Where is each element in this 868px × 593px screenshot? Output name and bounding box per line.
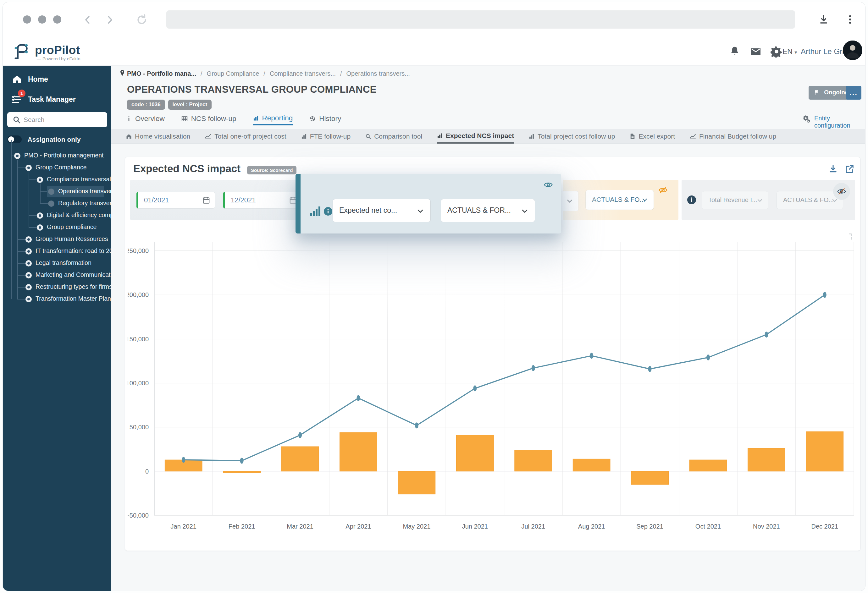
subtab-excel-export[interactable]: Excel export (629, 129, 675, 144)
info-icon (126, 116, 132, 122)
tree-item-marketing-and-communicati[interactable]: Marketing and Communicati... (3, 269, 111, 281)
tree-item-label: Restructuring types for firms (35, 283, 112, 291)
more-options-button[interactable]: ... (846, 86, 861, 100)
tree-item-legal-transformation[interactable]: Legal transformation (3, 257, 111, 269)
expand-node-icon[interactable] (14, 153, 21, 159)
expand-node-icon[interactable] (25, 272, 32, 279)
open-external-icon[interactable] (844, 164, 855, 176)
sidebar-item-task-manager[interactable]: 1 Task Manager (3, 91, 111, 109)
svg-text:Jun 2021: Jun 2021 (462, 523, 488, 530)
download-icon[interactable] (818, 13, 830, 27)
tab-reporting[interactable]: Reporting (253, 112, 293, 125)
entity-configuration-link[interactable]: Entity configuration (803, 115, 865, 129)
tree-item-label: Legal transformation (35, 259, 92, 267)
tree-item-it-transformation-road-to-20[interactable]: IT transformation: road to 20... (3, 245, 111, 257)
bar-chart-icon (301, 133, 307, 140)
visibility-off-icon[interactable] (833, 183, 850, 200)
visibility-icon-teal[interactable] (543, 180, 553, 191)
browser-menu-kebab-icon[interactable] (844, 13, 856, 27)
url-bar[interactable] (166, 10, 795, 29)
tree-item-pmo-portfolio-management[interactable]: PMO - Portfolio management (3, 150, 111, 162)
assignation-toggle[interactable] (7, 136, 22, 143)
tree-item-digital-efficiency-compli[interactable]: Digital & efficiency compli... (3, 209, 111, 221)
breadcrumb-item[interactable]: PMO - Portfolio mana... (127, 70, 196, 77)
expand-node-icon[interactable] (25, 236, 32, 243)
secondary-scenario-dropdown[interactable]: ACTUALS & FO... (585, 190, 654, 210)
expand-node-icon[interactable] (37, 212, 43, 219)
tree-item-transformation-master-plan[interactable]: Transformation Master Plan -... (3, 293, 111, 305)
popup-accent-strip (295, 174, 301, 233)
tree-item-group-compliance[interactable]: Group Compliance (3, 162, 111, 174)
chart-area: 250,000200,000150,000100,00050,0000-50,0… (128, 225, 858, 543)
subtab-financial-budget-follow-up[interactable]: Financial Budget follow up (689, 129, 776, 144)
breadcrumb-item[interactable]: Compliance transvers... (270, 70, 336, 77)
tree-item-group-human-ressources[interactable]: Group Human Ressources (3, 233, 111, 245)
scenario-dropdown[interactable]: ACTUALS & FOR... (441, 199, 535, 222)
subtab-expected-ncs-impact[interactable]: Expected NCS impact (437, 129, 514, 144)
page-badges: code : 1036level : Project (127, 100, 215, 110)
subtab-comparison-tool[interactable]: Comparison tool (365, 129, 422, 144)
expand-node-icon[interactable] (25, 284, 32, 291)
subtab-total-project-cost-follow-up[interactable]: Total project cost follow up (528, 129, 615, 144)
settings-gear-icon[interactable] (771, 46, 782, 59)
tab-label: Reporting (262, 114, 293, 122)
sidebar-item-home[interactable]: Home (3, 71, 111, 89)
chevron-down-icon (641, 196, 648, 205)
expand-node-icon[interactable] (25, 248, 32, 255)
messages-envelope-icon[interactable] (750, 46, 762, 59)
task-manager-badge: 1 (18, 90, 25, 97)
expand-node-icon[interactable] (25, 165, 32, 171)
dropdown-value: ACTUALS & FOR... (447, 206, 511, 215)
refresh-icon[interactable] (136, 13, 148, 27)
propilot-logo-icon[interactable] (12, 42, 31, 62)
tab-ncs-follow-up[interactable]: NCS follow-up (181, 112, 236, 125)
expand-node-icon[interactable] (25, 296, 32, 302)
logo-text[interactable]: proPilot (35, 44, 80, 57)
breadcrumb-separator: / (340, 70, 342, 77)
tree-item-group-compliance[interactable]: Group compliance (3, 221, 111, 233)
date-to-input[interactable]: 12/2021 (223, 192, 302, 209)
search-input[interactable] (24, 114, 102, 125)
metric-dropdown[interactable]: Expected net co... (333, 199, 431, 222)
expand-chart-icon[interactable] (844, 233, 853, 242)
avatar[interactable] (843, 41, 862, 60)
browser-chrome (3, 2, 865, 37)
user-name[interactable]: Arthur Le Grix (801, 47, 847, 56)
subtab-home-visualisation[interactable]: Home visualisation (126, 129, 190, 144)
series-config-popup: Expected net co... ACTUALS & FOR... (295, 174, 561, 233)
dropdown-value: Total Revenue I... (708, 196, 757, 204)
expand-node-icon[interactable] (25, 260, 32, 267)
meta-badge: code : 1036 (127, 100, 165, 110)
tab-label: Overview (135, 115, 165, 123)
language-selector[interactable]: EN ▾ (782, 47, 797, 56)
browser-window: proPilot — Powered by eFakto EN ▾ Arthur… (3, 2, 865, 591)
date-from-input[interactable]: 01/2021 (136, 192, 215, 209)
subtab-fte-follow-up[interactable]: FTE follow-up (301, 129, 351, 144)
chevron-down-icon (416, 207, 425, 217)
breadcrumb-item[interactable]: Group Compliance (207, 70, 259, 77)
tree-item-compliance-transversal-pr[interactable]: Compliance transversal pr... (3, 174, 111, 186)
forward-icon[interactable] (104, 14, 115, 27)
window-dot-icon (53, 15, 61, 24)
visibility-icon-orange[interactable] (658, 186, 668, 196)
assignation-toggle-row[interactable]: Assignation only (7, 136, 81, 143)
svg-text:200,000: 200,000 (128, 291, 149, 298)
chevron-down-icon (756, 197, 764, 205)
tree-item-regulatory-transversal[interactable]: Regulatory transversal ... (3, 198, 111, 209)
subtab-total-one-off-project-cost[interactable]: Total one-off project cost (205, 129, 286, 144)
tree-item-restructuring-types-for-firms[interactable]: Restructuring types for firms (3, 281, 111, 293)
tab-history[interactable]: History (309, 112, 341, 125)
tab-overview[interactable]: Overview (126, 112, 165, 125)
tree-item-operations-transversal[interactable]: Operations transversal ... (3, 186, 111, 198)
back-icon[interactable] (82, 14, 93, 27)
expand-node-icon[interactable] (37, 224, 43, 231)
breadcrumb: PMO - Portfolio mana.../Group Compliance… (127, 70, 410, 77)
expand-node-icon[interactable] (37, 177, 43, 183)
sidebar-search (7, 112, 107, 127)
breadcrumb-item[interactable]: Operations transvers... (347, 70, 410, 77)
bar-chart-icon (253, 115, 259, 121)
svg-text:Apr 2021: Apr 2021 (345, 523, 371, 530)
download-chart-icon[interactable] (828, 164, 838, 176)
date-from-value: 01/2021 (144, 196, 169, 204)
notifications-bell-icon[interactable] (729, 46, 740, 58)
